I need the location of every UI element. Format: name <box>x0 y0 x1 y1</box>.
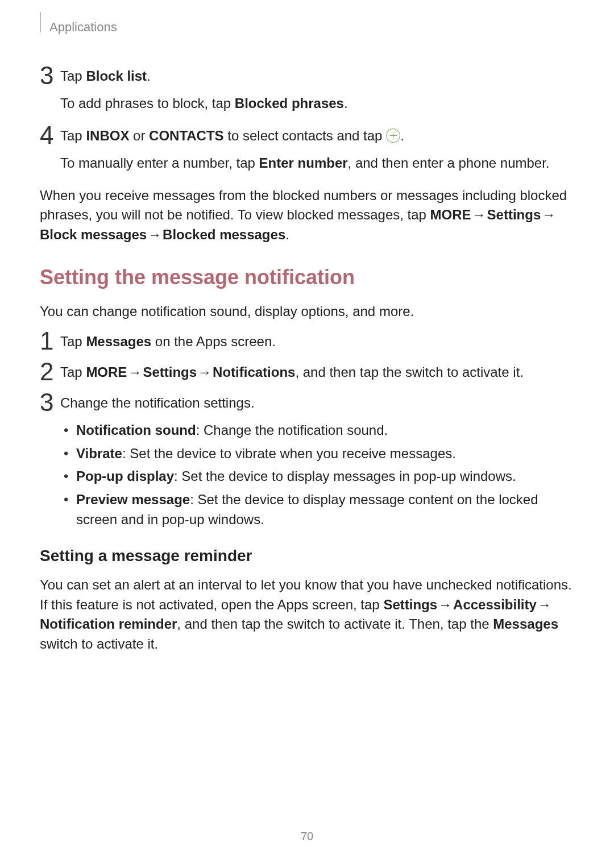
text: : Set the device to display messages in … <box>174 468 516 484</box>
list-item: Preview message: Set the device to displ… <box>76 490 574 530</box>
bold-text: Messages <box>86 334 151 349</box>
arrow-icon: → <box>127 363 143 383</box>
text: . <box>147 68 151 84</box>
bold-text: Pop-up display <box>76 468 174 484</box>
header: Applications <box>40 20 574 35</box>
notif-step-1: 1 Tap Messages on the Apps screen. <box>40 332 574 354</box>
bold-text: MORE <box>430 207 471 222</box>
step-number-3b: 3 <box>40 390 60 415</box>
text: switch to activate it. <box>40 636 158 651</box>
step-3: 3 Tap Block list. <box>40 67 574 88</box>
list-item: Notification sound: Change the notificat… <box>76 421 574 441</box>
bold-text: Settings <box>143 364 197 380</box>
bold-text: Messages <box>493 616 558 632</box>
text: . <box>285 227 289 242</box>
page-container: Applications 3 Tap Block list. To add ph… <box>0 0 614 868</box>
bold-text: Block list <box>86 68 147 84</box>
blocked-paragraph: When you receive messages from the block… <box>40 186 574 245</box>
bold-text: Vibrate <box>76 446 122 461</box>
notif-step-3: 3 Change the notification settings. <box>40 393 574 415</box>
step-4-body: Tap INBOX or CONTACTS to select contacts… <box>60 126 574 148</box>
arrow-icon: → <box>197 363 213 383</box>
arrow-icon: → <box>147 225 163 245</box>
bold-text: Notification reminder <box>40 616 177 632</box>
bold-text: Blocked phrases <box>235 95 344 111</box>
bold-text: Accessibility <box>453 597 537 612</box>
bold-text: Notification sound <box>76 422 196 438</box>
notification-intro: You can change notification sound, displ… <box>40 302 574 322</box>
step-number-1: 1 <box>40 329 60 354</box>
text: . <box>344 95 348 111</box>
bold-text: CONTACTS <box>149 128 224 143</box>
text: on the Apps screen. <box>151 334 276 349</box>
list-item: Vibrate: Set the device to vibrate when … <box>76 444 574 464</box>
text: , and then tap the switch to activate it… <box>295 364 524 380</box>
arrow-icon: → <box>471 205 487 225</box>
notif-step-1-body: Tap Messages on the Apps screen. <box>60 332 574 354</box>
text: To manually enter a number, tap <box>60 155 259 171</box>
text: Tap <box>60 128 86 143</box>
reminder-paragraph: You can set an alert at an interval to l… <box>40 575 574 654</box>
heading-notification: Setting the message notification <box>40 265 574 289</box>
text: Tap <box>60 364 86 380</box>
bold-text: Enter number <box>259 155 348 171</box>
bold-text: Block messages <box>40 227 147 242</box>
step-3-body: Tap Block list. <box>60 67 574 88</box>
header-divider <box>40 12 41 32</box>
step-number-4: 4 <box>40 123 60 148</box>
bold-text: Blocked messages <box>163 227 285 242</box>
list-item: Pop-up display: Set the device to displa… <box>76 467 574 487</box>
text: : Change the notification sound. <box>196 422 388 438</box>
notif-step-2: 2 Tap MORE → Settings → Notifications, a… <box>40 363 574 384</box>
plus-icon <box>386 128 400 143</box>
text: , and then tap the switch to activate it… <box>177 616 493 632</box>
step-4: 4 Tap INBOX or CONTACTS to select contac… <box>40 126 574 148</box>
bold-text: INBOX <box>86 128 129 143</box>
bold-text: MORE <box>86 364 127 380</box>
arrow-icon: → <box>437 595 453 615</box>
text: To add phrases to block, tap <box>60 95 235 111</box>
text: . <box>400 128 404 143</box>
text: to select contacts and tap <box>224 128 387 143</box>
notification-settings-list: Notification sound: Change the notificat… <box>76 421 574 530</box>
bold-text: Preview message <box>76 492 190 507</box>
arrow-icon: → <box>541 205 557 225</box>
text: , and then enter a phone number. <box>348 155 550 171</box>
text: Tap <box>60 334 86 349</box>
notif-step-2-body: Tap MORE → Settings → Notifications, and… <box>60 363 574 384</box>
arrow-icon: → <box>537 595 553 615</box>
text: or <box>129 128 149 143</box>
bold-text: Settings <box>383 597 437 612</box>
bold-text: Notifications <box>213 364 295 380</box>
text: Tap <box>60 68 86 84</box>
notif-step-3-body: Change the notification settings. <box>60 393 574 415</box>
step-4-subtext: To manually enter a number, tap Enter nu… <box>60 153 574 173</box>
page-number: 70 <box>0 830 614 843</box>
step-number-3: 3 <box>40 63 60 88</box>
step-3-subtext: To add phrases to block, tap Blocked phr… <box>60 94 574 114</box>
header-section-label: Applications <box>49 20 117 35</box>
heading-reminder: Setting a message reminder <box>40 547 574 565</box>
text: : Set the device to vibrate when you rec… <box>122 446 456 461</box>
step-number-2: 2 <box>40 359 60 384</box>
bold-text: Settings <box>487 207 541 222</box>
